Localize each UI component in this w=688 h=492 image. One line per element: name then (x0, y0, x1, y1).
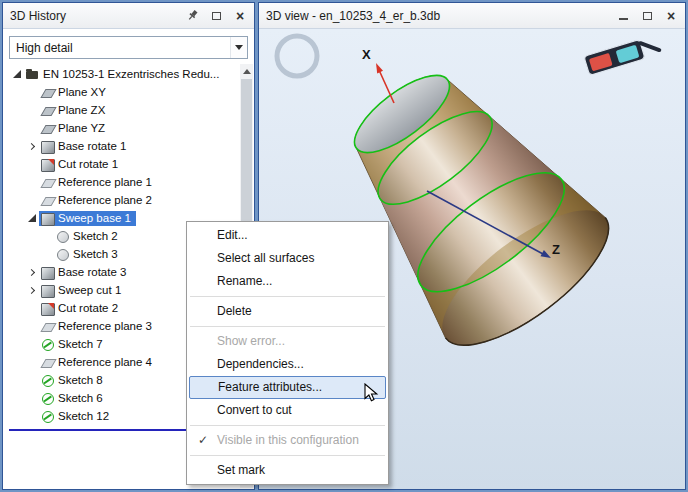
menu-item-convert-to-cut[interactable]: Convert to cut (189, 399, 386, 422)
tree-item-reference-plane-1[interactable]: Reference plane 1 (5, 173, 239, 191)
expand-chevron-icon[interactable] (24, 288, 39, 293)
pin-icon[interactable] (185, 9, 199, 23)
context-menu: Edit...Select all surfacesRename...Delet… (186, 221, 389, 485)
tree-item-label: Reference plane 2 (58, 194, 152, 206)
tree-item-reference-plane-2[interactable]: Reference plane 2 (5, 191, 239, 209)
collapse-chevron-icon[interactable] (9, 70, 24, 78)
sketch-green-icon (41, 338, 54, 351)
minimize-icon[interactable] (616, 9, 630, 23)
pin-icon-glyph (186, 9, 199, 22)
menu-item-select-all-surfaces[interactable]: Select all surfaces (189, 247, 386, 270)
menu-item-label: Rename... (217, 274, 272, 288)
menu-item-feature-attributes[interactable]: Feature attributes... (189, 376, 386, 399)
menu-separator (190, 455, 385, 456)
tree-item-cut-rotate-1[interactable]: Cut rotate 1 (5, 155, 239, 173)
expand-chevron-icon[interactable] (24, 144, 39, 149)
menu-item-label: Visible in this configuration (217, 433, 359, 447)
tree-item-label: Sweep cut 1 (58, 284, 121, 296)
tree-item-label: Base rotate 1 (58, 140, 126, 152)
tree-item-label: Plane ZX (58, 104, 105, 116)
maximize-icon[interactable] (640, 9, 654, 23)
mouse-cursor (364, 383, 380, 403)
menu-item-label: Set mark (217, 463, 265, 477)
sketch-green-icon (41, 410, 54, 423)
plane-icon (41, 86, 54, 99)
tree-item-label: Base rotate 3 (58, 266, 126, 278)
menu-item-set-mark[interactable]: Set mark (189, 459, 386, 482)
tree-item-label: Sketch 12 (58, 410, 109, 422)
tree-item-plane-xy[interactable]: Plane XY (5, 83, 239, 101)
menu-item-label: Select all surfaces (217, 251, 314, 265)
tree-item-plane-zx[interactable]: Plane ZX (5, 101, 239, 119)
checkmark-icon: ✓ (198, 430, 208, 451)
tree-item-label: Cut rotate 2 (58, 302, 118, 314)
detail-level-value: High detail (10, 37, 230, 58)
tree-item-label: Sketch 2 (73, 230, 118, 242)
cut-icon (41, 302, 54, 315)
menu-item-label: Delete (217, 304, 252, 318)
tree-item-label: Plane XY (58, 86, 106, 98)
stereo-glasses-icon[interactable] (584, 35, 661, 76)
menu-item-show-error: Show error... (189, 330, 386, 353)
history-titlebar[interactable]: 3D History × (3, 3, 254, 29)
z-axis-label: Z (552, 242, 560, 257)
menu-item-edit[interactable]: Edit... (189, 224, 386, 247)
3d-view-titlebar[interactable]: 3D view - en_10253_4_er_b.3db × (259, 3, 685, 29)
plane-icon (41, 104, 54, 117)
tree-item-base-rotate-1[interactable]: Base rotate 1 (5, 137, 239, 155)
tree-item-label: Sketch 7 (58, 338, 103, 350)
solid-icon (41, 140, 54, 153)
close-icon[interactable]: × (233, 9, 247, 23)
solid-icon (41, 212, 54, 225)
tree-item-label: Sweep base 1 (58, 212, 131, 224)
x-axis-label: X (362, 47, 371, 62)
chevron-down-icon (235, 45, 243, 50)
refplane-icon (41, 320, 54, 333)
cut-icon (41, 158, 54, 171)
collapse-chevron-icon[interactable] (24, 214, 39, 222)
x-axis-arrow (376, 63, 394, 103)
tree-item-plane-yz[interactable]: Plane YZ (5, 119, 239, 137)
solid-icon (41, 284, 54, 297)
tree-item-label: Reference plane 4 (58, 356, 152, 368)
sketch-gray-icon (56, 230, 69, 243)
tree-item-label: Cut rotate 1 (58, 158, 118, 170)
maximize-icon[interactable] (209, 9, 223, 23)
menu-item-dependencies[interactable]: Dependencies... (189, 353, 386, 376)
menu-item-label: Show error... (217, 334, 285, 348)
scrollbar-thumb[interactable] (241, 79, 252, 244)
menu-item-label: Dependencies... (217, 357, 304, 371)
refplane-icon (41, 176, 54, 189)
dropdown-arrow-button[interactable] (230, 37, 247, 58)
plane-icon (41, 122, 54, 135)
menu-item-rename[interactable]: Rename... (189, 270, 386, 293)
refplane-icon (41, 356, 54, 369)
menu-item-label: Convert to cut (217, 403, 292, 417)
history-panel-title: 3D History (10, 9, 185, 23)
folder-icon (26, 68, 39, 81)
close-icon[interactable]: × (664, 9, 678, 23)
menu-separator (190, 296, 385, 297)
menu-item-visible-in-this-configuration: ✓Visible in this configuration (189, 429, 386, 452)
menu-item-label: Feature attributes... (218, 380, 322, 394)
menu-item-delete[interactable]: Delete (189, 300, 386, 323)
expand-chevron-icon[interactable] (24, 270, 39, 275)
sketch-green-icon (41, 374, 54, 387)
menu-separator (190, 326, 385, 327)
tree-item-label: Reference plane 3 (58, 320, 152, 332)
tree-item-label: Reference plane 1 (58, 176, 152, 188)
sketch-green-icon (41, 392, 54, 405)
scroll-up-icon[interactable] (240, 64, 253, 78)
sketch-gray-icon (56, 248, 69, 261)
tree-item-label: Sketch 8 (58, 374, 103, 386)
tree-item-label: Sketch 3 (73, 248, 118, 260)
tree-item-en-10253-1-exzentrisches-redu[interactable]: EN 10253-1 Exzentrisches Redu... (5, 65, 239, 83)
menu-separator (190, 425, 385, 426)
tree-item-label: EN 10253-1 Exzentrisches Redu... (43, 68, 219, 80)
orbit-ring-icon[interactable] (277, 36, 317, 76)
solid-icon (41, 266, 54, 279)
detail-level-dropdown[interactable]: High detail (9, 36, 248, 59)
tree-item-label: Plane YZ (58, 122, 105, 134)
menu-item-label: Edit... (217, 228, 248, 242)
refplane-icon (41, 194, 54, 207)
